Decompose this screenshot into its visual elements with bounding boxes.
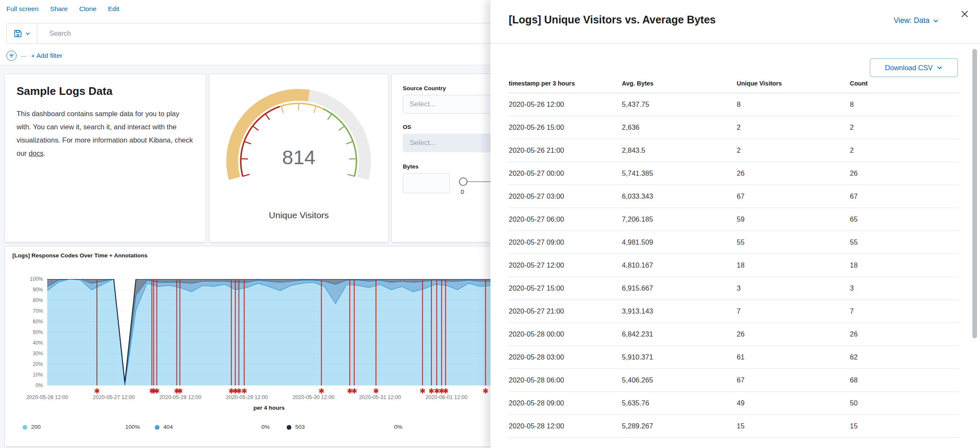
table-cell: 2020-05-28 12:00 (509, 415, 622, 438)
table-cell: 59 (737, 208, 850, 231)
flyout-header: [Logs] Unique Visitors vs. Average Bytes… (490, 0, 980, 43)
annotation-asterisk-icon[interactable]: ✱ (373, 387, 379, 396)
table-row[interactable]: 2020-05-28 06:005,406.2656768 (509, 369, 959, 392)
table-cell: 50 (850, 392, 959, 415)
sample-logs-panel: Sample Logs Data This dashboard contains… (4, 74, 206, 243)
response-codes-title: [Logs] Response Codes Over Time + Annota… (12, 252, 148, 259)
table-row[interactable]: 2020-05-27 21:003,913.14377 (509, 300, 959, 323)
table-row[interactable]: 2020-05-27 06:007,206.1855965 (509, 208, 959, 231)
legend-value-200: 100% (102, 424, 140, 430)
legend-value-503: 0% (364, 424, 402, 430)
table-cell: 5,437.75 (622, 93, 737, 116)
table-cell: 2 (850, 116, 959, 139)
annotation-asterisk-icon[interactable]: ✱ (482, 387, 488, 396)
table-cell: 3 (850, 277, 959, 300)
y-tick-label: 80% (26, 297, 43, 303)
annotation-asterisk-icon[interactable]: ✱ (351, 387, 357, 396)
sample-panel-body: This dashboard contains sample data for … (17, 107, 194, 160)
x-tick-label: 2020-05-26 12:00 (17, 394, 77, 400)
annotation-asterisk-icon[interactable]: ✱ (241, 387, 247, 396)
table-cell: 6,033.343 (622, 185, 737, 208)
clone-link[interactable]: Clone (79, 5, 97, 13)
area-chart-plot (47, 279, 491, 385)
table-row[interactable]: 2020-05-28 03:005,910.3716162 (509, 346, 959, 369)
table-cell: 2020-05-27 21:00 (509, 300, 622, 323)
table-cell: 62 (850, 346, 959, 369)
table-cell: 5,406.265 (622, 369, 737, 392)
table-cell: 2 (737, 139, 850, 162)
response-codes-panel[interactable]: [Logs] Response Codes Over Time + Annota… (4, 246, 498, 447)
table-cell: 26 (850, 162, 959, 185)
close-icon[interactable] (960, 9, 969, 19)
unique-visitors-gauge-panel[interactable]: 814 Unique Visitors (209, 74, 389, 243)
share-link[interactable]: Share (50, 5, 68, 13)
table-cell: 2020-05-28 06:00 (509, 369, 622, 392)
chevron-down-icon (933, 18, 939, 24)
slider-min-value: 0 (461, 188, 464, 195)
table-row[interactable]: 2020-05-27 09:004,981.5095555 (509, 231, 959, 254)
flyout-scrollbar[interactable] (972, 49, 977, 338)
table-cell: 4,810.167 (622, 254, 737, 277)
table-cell: 2020-05-27 06:00 (509, 208, 622, 231)
edit-link[interactable]: Edit (108, 5, 120, 13)
table-row[interactable]: 2020-05-27 15:006,915.66733 (509, 277, 959, 300)
column-header-unique-visitors[interactable]: Unique Visitors (737, 80, 850, 93)
table-cell: 2020-05-27 12:00 (509, 254, 622, 277)
annotation-asterisk-icon[interactable]: ✱ (419, 387, 425, 396)
data-flyout: [Logs] Unique Visitors vs. Average Bytes… (490, 0, 980, 448)
table-row[interactable]: 2020-05-26 15:002,63622 (509, 116, 959, 139)
table-row[interactable]: 2020-05-26 12:005,437.7588 (509, 93, 959, 116)
full-screen-link[interactable]: Full screen (6, 5, 39, 13)
table-row[interactable]: 2020-05-27 00:005,741.3852626 (509, 162, 959, 185)
annotation-asterisk-icon[interactable]: ✱ (94, 387, 100, 396)
table-row[interactable]: 2020-05-26 21:002,843.522 (509, 139, 959, 162)
table-row[interactable]: 2020-05-28 00:006,842.2312626 (509, 323, 959, 346)
table-cell: 26 (737, 162, 850, 185)
save-icon (14, 29, 22, 38)
table-cell: 2020-05-28 03:00 (509, 346, 622, 369)
chart-legend: 200 100% 404 0% 503 0% (5, 422, 491, 434)
filter-icon[interactable] (6, 51, 17, 61)
y-tick-label: 10% (26, 372, 43, 378)
saved-query-menu-button[interactable] (7, 23, 37, 43)
legend-dot-404 (155, 425, 160, 430)
table-row[interactable]: 2020-05-27 03:006,033.3436767 (509, 185, 959, 208)
filter-bar: — + Add filter (6, 50, 63, 61)
table-cell: 49 (737, 392, 850, 415)
column-header-avg-bytes[interactable]: Avg. Bytes (622, 80, 737, 93)
y-tick-label: 90% (26, 287, 43, 293)
annotation-asterisk-icon[interactable]: ✱ (177, 387, 183, 396)
annotation-asterisk-icon[interactable]: ✱ (442, 387, 448, 396)
column-header-count[interactable]: Count (850, 80, 959, 93)
column-header-timestamp[interactable]: timestamp per 3 hours (509, 80, 622, 93)
table-row[interactable]: 2020-05-28 12:005,289.2671515 (509, 415, 959, 438)
table-cell: 2020-05-27 03:00 (509, 185, 622, 208)
y-tick-label: 40% (26, 340, 43, 346)
table-row[interactable]: 2020-05-27 12:004,810.1671818 (509, 254, 959, 277)
annotation-asterisk-icon[interactable]: ✱ (318, 387, 324, 396)
bytes-min-input[interactable] (403, 173, 450, 193)
annotation-asterisk-icon[interactable]: ✱ (154, 387, 160, 396)
table-cell: 15 (737, 415, 850, 438)
table-cell: 18 (737, 254, 850, 277)
table-cell: 5,741.385 (622, 162, 737, 185)
legend-label-200[interactable]: 200 (31, 424, 41, 430)
table-cell: 18 (850, 254, 959, 277)
legend-value-404: 0% (231, 424, 270, 430)
legend-label-404[interactable]: 404 (163, 424, 173, 430)
table-cell: 2020-05-26 15:00 (509, 116, 622, 139)
y-tick-label: 100% (26, 276, 43, 282)
table-cell: 2 (737, 116, 850, 139)
y-tick-label: 70% (26, 308, 43, 314)
legend-label-503[interactable]: 503 (295, 424, 305, 430)
add-filter-button[interactable]: + Add filter (31, 52, 63, 60)
view-data-dropdown[interactable]: View: Data (894, 16, 939, 25)
slider-handle[interactable] (459, 177, 467, 186)
table-cell: 26 (737, 323, 850, 346)
table-cell: 67 (850, 185, 959, 208)
y-tick-label: 0% (26, 382, 43, 388)
gauge-label: Unique Visitors (209, 210, 388, 220)
docs-link[interactable]: docs (28, 149, 43, 157)
download-csv-button[interactable]: Download CSV (870, 58, 958, 77)
table-row[interactable]: 2020-05-28 09:005,635.764950 (509, 392, 959, 415)
